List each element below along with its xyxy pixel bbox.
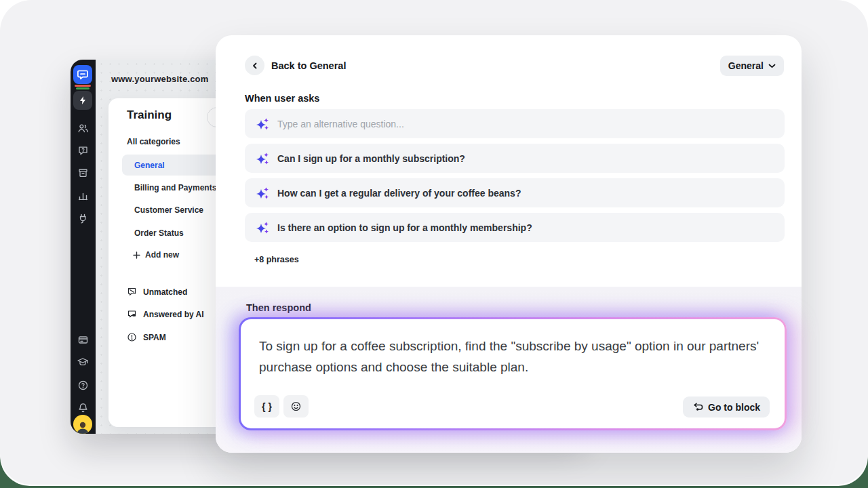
category-dropdown[interactable]: General xyxy=(720,56,784,76)
categories-header[interactable]: All categories xyxy=(127,137,180,146)
phrase-text: How can I get a regular delivery of your… xyxy=(277,188,521,199)
chat-logo-icon[interactable] xyxy=(73,65,92,84)
category-item-billing[interactable]: Billing and Payments xyxy=(134,183,216,192)
when-user-asks-label: When user asks xyxy=(245,93,319,104)
graduation-cap-icon[interactable] xyxy=(73,352,92,371)
plus-icon xyxy=(133,251,140,259)
add-new-category-button[interactable]: Add new xyxy=(133,250,179,260)
emoji-smile-icon xyxy=(290,401,302,412)
category-label: General xyxy=(134,161,165,170)
variables-button[interactable]: { } xyxy=(254,395,279,418)
sparkle-icon xyxy=(256,117,269,131)
then-respond-label: Then respond xyxy=(246,302,311,313)
phrase-text: Can I sign up for a monthly subscription… xyxy=(277,153,465,164)
more-phrases-link[interactable]: +8 phrases xyxy=(254,255,299,264)
go-to-block-button[interactable]: Go to block xyxy=(683,396,770,418)
filter-item-answered-by-ai[interactable]: Answered by AI xyxy=(127,309,204,319)
filter-item-unmatched[interactable]: Unmatched xyxy=(127,287,187,297)
chevron-down-icon xyxy=(768,64,776,68)
bar-chart-icon[interactable] xyxy=(73,186,92,205)
user-avatar[interactable] xyxy=(73,415,92,434)
add-new-label: Add new xyxy=(145,250,179,260)
people-icon[interactable] xyxy=(73,119,92,138)
go-to-block-icon xyxy=(692,403,703,412)
deck-layer-orange xyxy=(75,85,91,87)
deck-layer-green xyxy=(76,87,90,89)
filter-label: SPAM xyxy=(143,333,166,342)
unmatched-icon xyxy=(127,287,137,297)
back-button[interactable] xyxy=(245,56,264,75)
go-to-block-label: Go to block xyxy=(708,402,760,413)
back-label: Back to General xyxy=(271,60,346,71)
filter-label: Unmatched xyxy=(143,287,187,297)
lightning-icon[interactable] xyxy=(73,91,92,110)
intent-editor-card: Back to General General When user asks C… xyxy=(216,35,802,453)
phrase-row[interactable]: How can I get a regular delivery of your… xyxy=(245,178,785,207)
category-item-customer-service[interactable]: Customer Service xyxy=(134,205,203,215)
phrase-row[interactable]: Is there an option to sign up for a mont… xyxy=(245,213,785,242)
then-respond-section: Then respond To sign up for a coffee sub… xyxy=(216,287,802,453)
training-title: Training xyxy=(127,108,172,122)
archive-icon[interactable] xyxy=(73,163,92,182)
emoji-button[interactable] xyxy=(283,395,309,418)
browser-url: www.yourwebsite.com xyxy=(111,74,208,84)
response-editor[interactable]: To sign up for a coffee subscription, fi… xyxy=(241,319,785,428)
bell-icon[interactable] xyxy=(73,398,92,417)
alternative-question-row xyxy=(245,109,785,138)
alternative-question-input[interactable] xyxy=(277,119,774,129)
category-dropdown-value: General xyxy=(728,60,764,71)
phrase-row[interactable]: Can I sign up for a monthly subscription… xyxy=(245,144,785,173)
chat-question-icon[interactable] xyxy=(73,141,92,160)
sparkle-icon xyxy=(256,152,269,165)
help-icon[interactable] xyxy=(73,375,92,394)
plug-icon[interactable] xyxy=(73,209,92,228)
filter-item-spam[interactable]: SPAM xyxy=(127,332,166,342)
response-glow-frame: To sign up for a coffee subscription, fi… xyxy=(239,317,787,430)
credit-card-icon[interactable] xyxy=(73,330,92,349)
filter-label: Answered by AI xyxy=(143,310,204,319)
sparkle-icon xyxy=(256,221,269,235)
category-item-order-status[interactable]: Order Status xyxy=(134,228,184,238)
spam-icon xyxy=(127,332,137,342)
sparkle-icon xyxy=(256,186,269,200)
phrase-text: Is there an option to sign up for a mont… xyxy=(277,222,532,233)
answered-by-ai-icon xyxy=(127,309,137,319)
response-text[interactable]: To sign up for a coffee subscription, fi… xyxy=(259,336,774,378)
